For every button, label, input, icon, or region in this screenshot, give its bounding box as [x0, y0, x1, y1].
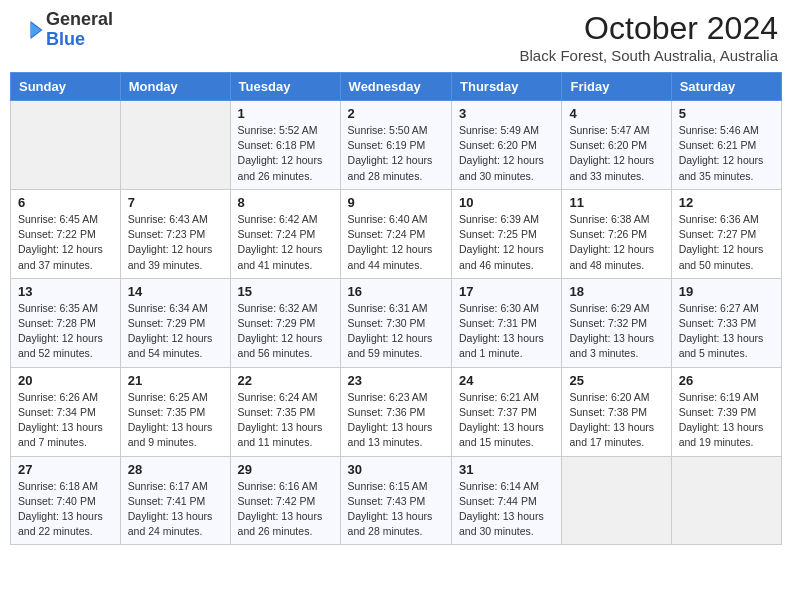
calendar-cell: 9Sunrise: 6:40 AMSunset: 7:24 PMDaylight…: [340, 189, 451, 278]
calendar-cell: 24Sunrise: 6:21 AMSunset: 7:37 PMDayligh…: [452, 367, 562, 456]
calendar-cell: 17Sunrise: 6:30 AMSunset: 7:31 PMDayligh…: [452, 278, 562, 367]
day-info: Sunrise: 6:31 AMSunset: 7:30 PMDaylight:…: [348, 301, 444, 362]
day-number: 15: [238, 284, 333, 299]
day-info: Sunrise: 5:49 AMSunset: 6:20 PMDaylight:…: [459, 123, 554, 184]
day-info: Sunrise: 6:20 AMSunset: 7:38 PMDaylight:…: [569, 390, 663, 451]
day-number: 25: [569, 373, 663, 388]
day-info: Sunrise: 6:19 AMSunset: 7:39 PMDaylight:…: [679, 390, 774, 451]
calendar-cell: 18Sunrise: 6:29 AMSunset: 7:32 PMDayligh…: [562, 278, 671, 367]
day-info: Sunrise: 6:42 AMSunset: 7:24 PMDaylight:…: [238, 212, 333, 273]
day-info: Sunrise: 6:36 AMSunset: 7:27 PMDaylight:…: [679, 212, 774, 273]
weekday-header-tuesday: Tuesday: [230, 73, 340, 101]
day-info: Sunrise: 6:38 AMSunset: 7:26 PMDaylight:…: [569, 212, 663, 273]
day-number: 13: [18, 284, 113, 299]
calendar-cell: 8Sunrise: 6:42 AMSunset: 7:24 PMDaylight…: [230, 189, 340, 278]
logo-blue: Blue: [46, 29, 85, 49]
calendar-cell: 2Sunrise: 5:50 AMSunset: 6:19 PMDaylight…: [340, 101, 451, 190]
day-number: 11: [569, 195, 663, 210]
day-number: 26: [679, 373, 774, 388]
page-header: General Blue October 2024 Black Forest, …: [10, 10, 782, 64]
calendar-cell: 3Sunrise: 5:49 AMSunset: 6:20 PMDaylight…: [452, 101, 562, 190]
day-number: 28: [128, 462, 223, 477]
calendar-cell: 19Sunrise: 6:27 AMSunset: 7:33 PMDayligh…: [671, 278, 781, 367]
day-info: Sunrise: 6:23 AMSunset: 7:36 PMDaylight:…: [348, 390, 444, 451]
day-info: Sunrise: 6:34 AMSunset: 7:29 PMDaylight:…: [128, 301, 223, 362]
calendar-cell: [671, 456, 781, 545]
calendar-cell: 28Sunrise: 6:17 AMSunset: 7:41 PMDayligh…: [120, 456, 230, 545]
calendar-cell: 22Sunrise: 6:24 AMSunset: 7:35 PMDayligh…: [230, 367, 340, 456]
calendar-cell: 13Sunrise: 6:35 AMSunset: 7:28 PMDayligh…: [11, 278, 121, 367]
day-number: 24: [459, 373, 554, 388]
calendar-cell: 7Sunrise: 6:43 AMSunset: 7:23 PMDaylight…: [120, 189, 230, 278]
day-number: 8: [238, 195, 333, 210]
calendar-cell: 10Sunrise: 6:39 AMSunset: 7:25 PMDayligh…: [452, 189, 562, 278]
day-number: 30: [348, 462, 444, 477]
calendar-cell: 29Sunrise: 6:16 AMSunset: 7:42 PMDayligh…: [230, 456, 340, 545]
day-info: Sunrise: 6:16 AMSunset: 7:42 PMDaylight:…: [238, 479, 333, 540]
day-info: Sunrise: 6:35 AMSunset: 7:28 PMDaylight:…: [18, 301, 113, 362]
calendar-table: SundayMondayTuesdayWednesdayThursdayFrid…: [10, 72, 782, 545]
day-number: 1: [238, 106, 333, 121]
day-number: 9: [348, 195, 444, 210]
calendar-cell: 1Sunrise: 5:52 AMSunset: 6:18 PMDaylight…: [230, 101, 340, 190]
calendar-cell: 26Sunrise: 6:19 AMSunset: 7:39 PMDayligh…: [671, 367, 781, 456]
day-number: 31: [459, 462, 554, 477]
day-number: 18: [569, 284, 663, 299]
day-number: 4: [569, 106, 663, 121]
day-number: 29: [238, 462, 333, 477]
logo-text: General Blue: [46, 10, 113, 50]
calendar-cell: 23Sunrise: 6:23 AMSunset: 7:36 PMDayligh…: [340, 367, 451, 456]
day-number: 6: [18, 195, 113, 210]
weekday-header-sunday: Sunday: [11, 73, 121, 101]
calendar-cell: 31Sunrise: 6:14 AMSunset: 7:44 PMDayligh…: [452, 456, 562, 545]
day-info: Sunrise: 6:40 AMSunset: 7:24 PMDaylight:…: [348, 212, 444, 273]
location-title: Black Forest, South Australia, Australia: [520, 47, 778, 64]
day-info: Sunrise: 6:24 AMSunset: 7:35 PMDaylight:…: [238, 390, 333, 451]
day-number: 22: [238, 373, 333, 388]
weekday-header-thursday: Thursday: [452, 73, 562, 101]
day-number: 10: [459, 195, 554, 210]
day-info: Sunrise: 6:26 AMSunset: 7:34 PMDaylight:…: [18, 390, 113, 451]
calendar-cell: 4Sunrise: 5:47 AMSunset: 6:20 PMDaylight…: [562, 101, 671, 190]
calendar-cell: 11Sunrise: 6:38 AMSunset: 7:26 PMDayligh…: [562, 189, 671, 278]
month-title: October 2024: [520, 10, 778, 47]
day-info: Sunrise: 6:14 AMSunset: 7:44 PMDaylight:…: [459, 479, 554, 540]
day-number: 7: [128, 195, 223, 210]
calendar-cell: 14Sunrise: 6:34 AMSunset: 7:29 PMDayligh…: [120, 278, 230, 367]
day-info: Sunrise: 6:18 AMSunset: 7:40 PMDaylight:…: [18, 479, 113, 540]
calendar-cell: 21Sunrise: 6:25 AMSunset: 7:35 PMDayligh…: [120, 367, 230, 456]
day-info: Sunrise: 6:15 AMSunset: 7:43 PMDaylight:…: [348, 479, 444, 540]
day-number: 3: [459, 106, 554, 121]
day-number: 12: [679, 195, 774, 210]
calendar-cell: 12Sunrise: 6:36 AMSunset: 7:27 PMDayligh…: [671, 189, 781, 278]
calendar-cell: 25Sunrise: 6:20 AMSunset: 7:38 PMDayligh…: [562, 367, 671, 456]
calendar-cell: 5Sunrise: 5:46 AMSunset: 6:21 PMDaylight…: [671, 101, 781, 190]
day-number: 19: [679, 284, 774, 299]
calendar-cell: 20Sunrise: 6:26 AMSunset: 7:34 PMDayligh…: [11, 367, 121, 456]
day-info: Sunrise: 6:21 AMSunset: 7:37 PMDaylight:…: [459, 390, 554, 451]
calendar-cell: [120, 101, 230, 190]
weekday-header-row: SundayMondayTuesdayWednesdayThursdayFrid…: [11, 73, 782, 101]
calendar-cell: 6Sunrise: 6:45 AMSunset: 7:22 PMDaylight…: [11, 189, 121, 278]
day-number: 5: [679, 106, 774, 121]
week-row-4: 20Sunrise: 6:26 AMSunset: 7:34 PMDayligh…: [11, 367, 782, 456]
week-row-5: 27Sunrise: 6:18 AMSunset: 7:40 PMDayligh…: [11, 456, 782, 545]
svg-marker-1: [31, 22, 42, 37]
weekday-header-saturday: Saturday: [671, 73, 781, 101]
day-number: 23: [348, 373, 444, 388]
calendar-cell: [11, 101, 121, 190]
day-info: Sunrise: 6:25 AMSunset: 7:35 PMDaylight:…: [128, 390, 223, 451]
day-info: Sunrise: 6:39 AMSunset: 7:25 PMDaylight:…: [459, 212, 554, 273]
day-info: Sunrise: 5:52 AMSunset: 6:18 PMDaylight:…: [238, 123, 333, 184]
day-number: 14: [128, 284, 223, 299]
weekday-header-monday: Monday: [120, 73, 230, 101]
day-number: 20: [18, 373, 113, 388]
day-info: Sunrise: 5:47 AMSunset: 6:20 PMDaylight:…: [569, 123, 663, 184]
day-number: 17: [459, 284, 554, 299]
calendar-cell: [562, 456, 671, 545]
day-info: Sunrise: 6:45 AMSunset: 7:22 PMDaylight:…: [18, 212, 113, 273]
day-info: Sunrise: 5:50 AMSunset: 6:19 PMDaylight:…: [348, 123, 444, 184]
day-info: Sunrise: 6:29 AMSunset: 7:32 PMDaylight:…: [569, 301, 663, 362]
logo-icon: [14, 15, 44, 45]
day-number: 27: [18, 462, 113, 477]
